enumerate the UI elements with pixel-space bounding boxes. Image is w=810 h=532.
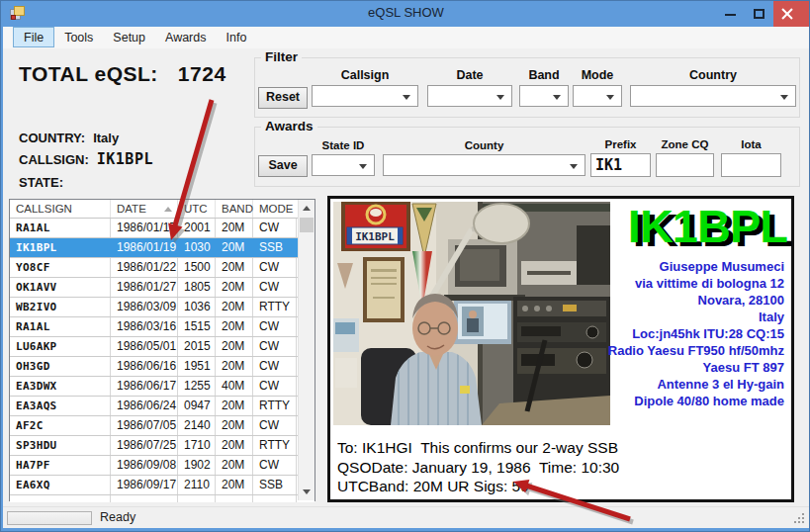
country-line: COUNTRY: Italy [19,131,119,145]
table-row[interactable]: EA3AQS 1986/06/24 0947 20M RTTY [10,397,298,416]
column-header-date[interactable]: DATE [111,200,178,218]
table-row[interactable]: OH3GD 1986/06/16 1951 20M CW [10,357,298,377]
table-row[interactable]: AF2C 1986/07/05 2140 20M CW [10,416,298,436]
county-label: County [383,139,585,151]
table-row[interactable]: IK1BPL 1986/01/19 1030 20M SSB [10,238,298,258]
filter-mode-combobox[interactable] [573,85,622,107]
state-id-combobox[interactable] [312,154,375,176]
table-row[interactable]: LU6AKP 1986/05/01 2015 20M CW [10,337,298,357]
awards-field-state-id: State ID [312,139,375,176]
filter-field-mode: Mode [573,68,622,107]
table-row[interactable]: HA7PF 1986/09/08 1902 20M CW [10,456,298,476]
table-body: RA1AL 1986/01/17 2001 20M CW IK1BPL 1986… [10,219,298,495]
filter-field-date: Date [427,68,512,107]
filter-band-label: Band [519,68,569,82]
filter-country-label: Country [630,68,796,82]
column-header-callsign[interactable]: CALLSIGN [10,200,111,218]
prefix-label: Prefix [590,138,651,150]
state-label: STATE: [19,175,63,190]
callsign-line: CALLSIGN: IK1BPL [19,150,153,168]
app-window: eQSL SHOW File Tools Setup Awards Info T… [0,0,810,532]
filter-field-band: Band [519,68,569,107]
table-header: CALLSIGN DATE UTC BAND MODE [10,200,315,219]
awards-group-title: Awards [261,119,317,133]
county-combobox[interactable] [383,154,585,176]
scroll-down-button[interactable] [299,484,315,500]
filter-date-label: Date [427,68,512,82]
awards-field-iota: Iota [721,138,781,177]
menu-item[interactable]: Setup [103,27,155,47]
maximize-button[interactable] [745,1,773,27]
shack-photo: IK1BPL [333,202,610,425]
table-row[interactable]: OK1AVV 1986/01/27 1805 20M CW [10,278,298,298]
table-scrollbar[interactable] [298,200,315,500]
table-row[interactable]: SP3HDU 1986/07/25 1710 20M RTTY [10,436,298,456]
menu-bar: File Tools Setup Awards Info [3,27,809,48]
filter-field-country: Country [630,68,796,107]
card-info-line: Radio Yaesu FT950 hf/50mhz [608,342,784,359]
menu-item[interactable]: Tools [54,27,103,47]
iota-input[interactable] [721,153,781,177]
qsl-card: IK1BPL [327,196,794,502]
callsign-value: IK1BPL [97,150,153,168]
state-id-label: State ID [312,139,375,151]
country-label: COUNTRY: [19,131,85,145]
card-info-line: Yaesu FT 897 [608,359,784,376]
card-info-line: Giuseppe Musumeci [608,258,784,275]
table-row[interactable]: RA1AL 1986/01/17 2001 20M CW [10,219,298,238]
card-info-line: Italy [608,309,784,325]
card-info-line: via vittime di bologna 12 [608,275,784,292]
awards-field-zone-cq: Zone CQ [656,138,714,177]
table-row[interactable]: EA3DWX 1986/06/17 1255 40M CW [10,377,298,397]
table-row[interactable]: EA6XQ 1986/09/17 2110 20M SSB [10,476,298,495]
window-title: eQSL SHOW [1,5,810,20]
filter-date-combobox[interactable] [427,85,512,107]
status-text: Ready [100,510,135,524]
awards-field-prefix: Prefix [590,138,651,177]
status-bar: Ready [3,506,809,528]
scroll-down-icon [303,489,311,494]
menu-item[interactable]: Awards [155,27,216,47]
filter-field-callsign: Callsign [312,68,418,107]
minimize-button[interactable] [716,1,745,27]
reset-button[interactable]: Reset [258,87,308,109]
prefix-input[interactable] [590,153,651,177]
card-qso-line: To: IK1HGI This confirms our 2-way SSB [337,438,619,458]
filter-callsign-label: Callsign [312,68,418,82]
menu-item[interactable]: File [13,27,54,47]
column-header-utc[interactable]: UTC [178,200,216,218]
table-row[interactable]: YO8CF 1986/01/22 1500 20M CW [10,258,298,278]
state-line: STATE: [19,175,71,190]
qso-table: CALLSIGN DATE UTC BAND MODE RA1AL 1986/0… [9,199,315,501]
iota-label: Iota [721,138,781,150]
sort-ascending-icon [164,207,172,212]
total-eqsl-label: TOTAL eQSL: [19,62,158,86]
menu-item[interactable]: Info [216,27,256,47]
scrollbar-thumb[interactable] [300,218,314,232]
zone-cq-input[interactable] [656,153,714,177]
scroll-up-button[interactable] [299,200,315,217]
card-info-block: Giuseppe Musumecivia vittime di bologna … [608,258,784,409]
close-button[interactable] [773,1,810,27]
card-info-line: Dipole 40/80 home made [608,393,784,409]
filter-mode-label: Mode [573,68,622,82]
awards-field-county: County [383,139,585,176]
callsign-label: CALLSIGN: [19,152,89,167]
table-row[interactable]: RA1AL 1986/03/16 1515 20M CW [10,317,298,337]
table-row[interactable]: WB2IVO 1986/03/09 1036 20M RTTY [10,298,298,317]
filter-group-title: Filter [261,49,302,64]
filter-country-combobox[interactable] [630,85,796,107]
minimize-icon [725,14,736,16]
table-filler-row [10,495,315,502]
column-header-mode[interactable]: MODE [253,200,297,218]
column-header-band[interactable]: BAND [216,200,253,218]
filter-band-combobox[interactable] [519,85,569,107]
title-bar: eQSL SHOW [1,1,810,27]
card-qso-line: UTCBand: 20M UR Sigs: 59 [337,477,619,496]
filter-callsign-combobox[interactable] [312,85,418,107]
resize-grip-icon[interactable] [794,513,806,525]
card-qso-line: QSODate: January 19, 1986 Time: 10:30 [337,458,619,478]
card-callsign: IK1BPL [628,199,787,254]
maximize-icon [754,9,765,19]
save-button[interactable]: Save [258,155,308,177]
